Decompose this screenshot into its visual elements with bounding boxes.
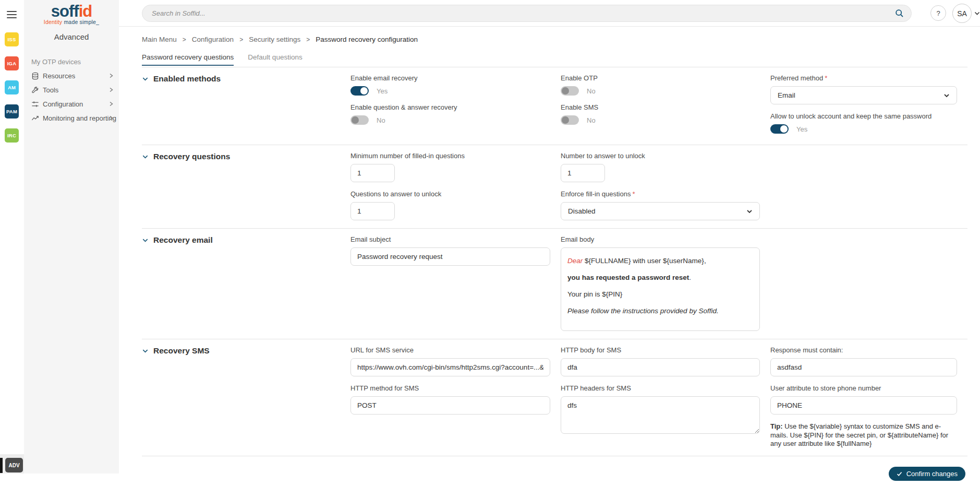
sidebar-item-resources[interactable]: Resources: [24, 69, 119, 83]
chevron-down-icon: [142, 76, 149, 82]
field-allow-unlock: Allow to unlock account and keep the sam…: [770, 112, 957, 134]
hamburger-menu-icon[interactable]: [7, 11, 17, 18]
toggle-state-label: No: [587, 87, 596, 95]
sms-response-input[interactable]: [770, 358, 957, 376]
field-email-subject: Email subject: [350, 235, 550, 266]
sms-url-input[interactable]: [350, 358, 550, 376]
sidebar-item-tools[interactable]: Tools: [24, 83, 119, 97]
sidebar-item-configuration[interactable]: Configuration: [24, 97, 119, 111]
help-button[interactable]: ?: [930, 5, 946, 21]
field-sms-http-headers: HTTP headers for SMS dfs: [561, 384, 760, 436]
field-sms-response-contains: Response must contain:: [770, 346, 957, 376]
field-label: Number to answer to unlock: [561, 152, 760, 160]
module-adv-button[interactable]: ADV: [5, 458, 23, 472]
field-label: Enable email recovery: [350, 74, 550, 82]
required-mark: *: [825, 74, 827, 82]
confirm-changes-button[interactable]: Confirm changes: [889, 467, 965, 481]
sidebar-item-my-otp-devices[interactable]: My OTP devices: [24, 55, 119, 69]
section-recovery-sms: Recovery SMS URL for SMS service HTTP me…: [142, 339, 967, 456]
main-content: ? SA Main Menu > Configuration > Securit…: [119, 0, 980, 485]
chevron-right-icon: [108, 115, 114, 121]
min-filled-questions-input[interactable]: [350, 164, 395, 182]
sidebar-item-monitoring-and-reporting[interactable]: Monitoring and reporting: [24, 111, 119, 125]
sms-http-headers-textarea[interactable]: dfs: [561, 396, 760, 434]
toggle-state-label: Yes: [377, 87, 388, 95]
module-pam-button[interactable]: PAM: [5, 104, 19, 119]
field-sms-url: URL for SMS service: [350, 346, 550, 376]
chevron-down-icon[interactable]: [974, 10, 980, 17]
enable-qa-recovery-toggle[interactable]: [350, 115, 369, 125]
chevron-right-icon: [108, 101, 114, 107]
sms-http-method-input[interactable]: [350, 396, 550, 415]
field-label: Enable question & answer recovery: [350, 103, 550, 111]
chevron-down-icon: [746, 208, 753, 215]
section-header-recovery-email[interactable]: Recovery email: [142, 235, 340, 245]
advanced-active-indicator: [0, 458, 3, 473]
section-header-recovery-sms[interactable]: Recovery SMS: [142, 346, 340, 356]
enforce-fill-in-select[interactable]: Disabled: [561, 202, 760, 220]
section-header-enabled-methods[interactable]: Enabled methods: [142, 74, 340, 84]
section-recovery-questions: Recovery questions Minimum number of fil…: [142, 145, 967, 228]
phone-attribute-input[interactable]: [770, 396, 957, 415]
field-sms-http-body: HTTP body for SMS: [561, 346, 760, 376]
questions-to-answer-input[interactable]: [350, 202, 395, 220]
module-rail: ISS IGA AM PAM IRC ADV: [0, 0, 24, 485]
check-icon: [897, 471, 902, 477]
preferred-method-select[interactable]: Email: [770, 86, 957, 104]
module-am-button[interactable]: AM: [5, 80, 19, 94]
chevron-down-icon: [142, 237, 149, 244]
toggle-state-label: No: [587, 116, 596, 124]
field-email-body: Email body Dear ${FULLNAME} with user ${…: [561, 235, 760, 331]
module-irc-button[interactable]: IRC: [5, 128, 19, 143]
soffid-logo[interactable]: soffid Identity made simple_: [24, 0, 119, 25]
user-avatar[interactable]: SA: [952, 4, 972, 23]
field-label: URL for SMS service: [350, 346, 550, 354]
section-header-recovery-questions[interactable]: Recovery questions: [142, 152, 340, 161]
variable-syntax-tip: Tip: Use the ${variable} syntax to custo…: [770, 422, 957, 448]
number-to-answer-input[interactable]: [561, 164, 605, 182]
field-label: Preferred method*: [770, 74, 957, 82]
tab-default-questions[interactable]: Default questions: [248, 53, 302, 66]
field-sms-http-method: HTTP method for SMS: [350, 384, 550, 415]
field-label: Enable OTP: [561, 74, 760, 82]
sidebar-item-label: Tools: [43, 86, 58, 94]
breadcrumb: Main Menu > Configuration > Security set…: [142, 36, 980, 43]
module-badges: ISS IGA AM PAM IRC: [5, 32, 19, 143]
email-subject-input[interactable]: [350, 247, 550, 266]
breadcrumb-security-settings[interactable]: Security settings: [249, 36, 300, 43]
field-enable-qa-recovery: Enable question & answer recovery No: [350, 103, 550, 125]
logo-text-accent: id: [79, 2, 92, 20]
enable-sms-toggle[interactable]: [561, 115, 579, 125]
field-number-to-answer: Number to answer to unlock: [561, 152, 760, 182]
module-iga-button[interactable]: IGA: [5, 56, 19, 70]
field-label: Enforce fill-in questions*: [561, 190, 760, 198]
database-icon: [31, 72, 43, 80]
field-label: Enable SMS: [561, 103, 760, 111]
sidebar-item-label: Resources: [43, 72, 75, 80]
field-label: Questions to answer to unlock: [350, 190, 550, 198]
email-body-editor[interactable]: Dear ${FULLNAME} with user ${userName}, …: [561, 247, 760, 331]
select-value: Disabled: [568, 207, 596, 215]
breadcrumb-main-menu[interactable]: Main Menu: [142, 36, 177, 43]
allow-unlock-toggle[interactable]: [770, 124, 789, 134]
field-label: HTTP headers for SMS: [561, 384, 760, 392]
module-iss-button[interactable]: ISS: [5, 32, 19, 46]
breadcrumb-separator: >: [306, 36, 310, 43]
field-label: HTTP body for SMS: [561, 346, 760, 354]
sms-http-body-input[interactable]: [561, 358, 760, 376]
field-label: User attribute to store phone number: [770, 384, 957, 392]
field-label: Email body: [561, 235, 760, 243]
settings-form: Enabled methods Enable email recovery Ye…: [142, 67, 967, 456]
tab-password-recovery-questions[interactable]: Password recovery questions: [142, 53, 234, 66]
chevron-right-icon: [108, 87, 114, 93]
sidebar-item-label: My OTP devices: [31, 58, 81, 66]
enable-email-recovery-toggle[interactable]: [350, 86, 369, 96]
toggle-state-label: No: [377, 116, 385, 124]
search-input[interactable]: [142, 5, 895, 21]
field-preferred-method: Preferred method* Email: [770, 74, 957, 104]
breadcrumb-configuration[interactable]: Configuration: [192, 36, 234, 43]
enable-otp-toggle[interactable]: [561, 86, 579, 96]
search-icon[interactable]: [895, 9, 904, 18]
select-value: Email: [778, 91, 795, 99]
breadcrumb-separator: >: [239, 36, 243, 43]
